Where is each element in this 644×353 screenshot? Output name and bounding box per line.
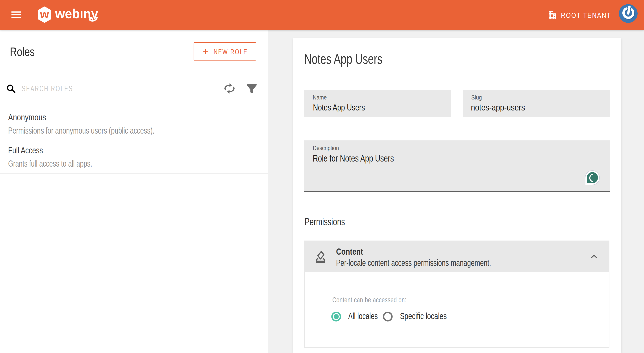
svg-text:w: w <box>40 8 49 20</box>
